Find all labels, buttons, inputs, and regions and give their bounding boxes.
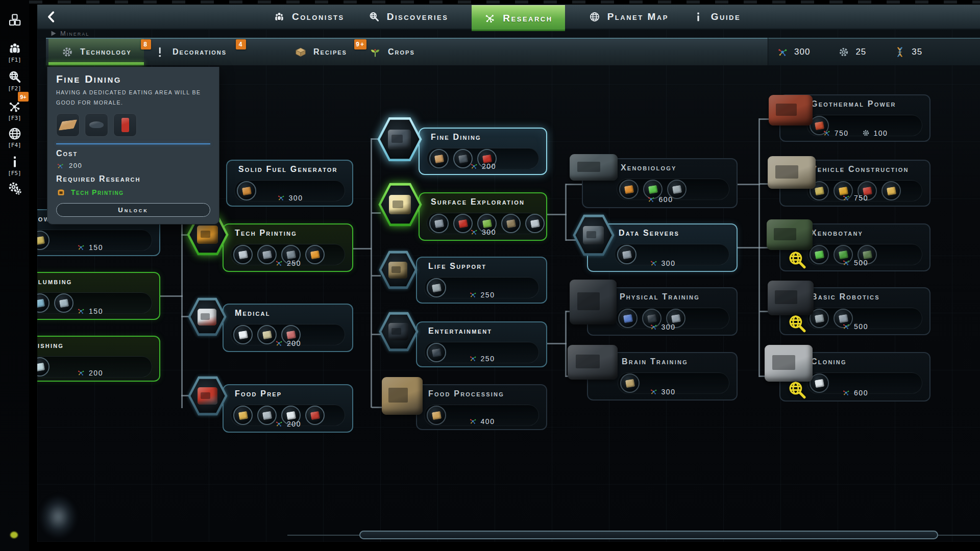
tab-label: Discoveries bbox=[387, 11, 449, 22]
hex-image bbox=[388, 130, 410, 149]
tree-connector bbox=[566, 184, 584, 185]
hotkey-label: [F3] bbox=[8, 115, 21, 121]
sidebar-item-settings[interactable] bbox=[0, 181, 29, 196]
tab-label: Colonists bbox=[292, 11, 345, 22]
node-cost: 150 bbox=[37, 307, 160, 315]
horizontal-scrollbar-thumb[interactable] bbox=[359, 531, 938, 539]
category-tab-technology[interactable]: Technology8 bbox=[48, 39, 144, 65]
research-points-icon bbox=[469, 354, 477, 363]
sprout-icon bbox=[369, 45, 382, 59]
node-cost: 600 bbox=[582, 195, 738, 204]
tech-node-life-support[interactable]: Life Support250 bbox=[416, 257, 547, 304]
top-dashed-strip bbox=[29, 1, 980, 4]
tech-node-xenobiology[interactable]: Xenobiology600 bbox=[582, 158, 738, 208]
node-title: Medical bbox=[235, 309, 271, 318]
node-image-geothermal-power bbox=[769, 95, 813, 126]
tab-research[interactable]: Research bbox=[472, 5, 565, 31]
box-icon bbox=[294, 45, 307, 59]
node-image-xenobiology bbox=[570, 154, 618, 181]
category-tab-decorations[interactable]: Decorations4 bbox=[141, 39, 239, 65]
sidebar-item-guide[interactable]: [F5] bbox=[0, 154, 29, 177]
tech-node-medical[interactable]: Medical200 bbox=[223, 304, 353, 352]
dna-icon bbox=[894, 46, 906, 58]
tech-node-cloning[interactable]: Cloning600 bbox=[779, 352, 930, 402]
tech-node-vehicle-construction[interactable]: Vehicle Construction750 bbox=[779, 160, 930, 207]
tab-discoveries[interactable]: Discoveries bbox=[368, 5, 449, 29]
faded-category-label: Mineral bbox=[51, 30, 89, 37]
research-points-icon bbox=[842, 388, 850, 397]
resource-bar: 3002535 bbox=[768, 38, 980, 65]
sidebar-item-colonists[interactable]: [F1] bbox=[0, 41, 29, 63]
research-points-icon bbox=[842, 193, 850, 202]
tech-node-fishing[interactable]: Fishing200 bbox=[37, 336, 160, 382]
tech-node-brain-training[interactable]: Brain Training300 bbox=[587, 352, 738, 400]
research-points-icon bbox=[647, 195, 655, 204]
tree-connector bbox=[565, 184, 567, 241]
category-tab-recipes[interactable]: Recipes9+ bbox=[282, 39, 359, 65]
node-cost-value: 250 bbox=[481, 355, 495, 363]
tech-node-food-processing[interactable]: Food Processing400 bbox=[416, 384, 547, 430]
tab-guide[interactable]: Guide bbox=[692, 5, 741, 29]
node-title: Fishing bbox=[37, 341, 64, 350]
tech-node-food-prep[interactable]: Food Prep200 bbox=[223, 384, 353, 433]
tech-node-geothermal-power[interactable]: Geothermal Power750100 bbox=[779, 94, 930, 142]
tooltip-required-label: Required Research bbox=[56, 174, 210, 184]
node-hex-entertainment bbox=[379, 312, 419, 352]
tech-node-xenobotany[interactable]: Xenobotany500 bbox=[779, 223, 930, 271]
tech-node-surface-exploration[interactable]: Surface Exploration300 bbox=[419, 192, 547, 241]
category-tab-crops[interactable]: Crops bbox=[356, 39, 427, 65]
left-toolbar: [F1][F2][F3]9+[F4][F5] bbox=[0, 0, 29, 551]
tech-node-basic-robotics[interactable]: Basic Robotics500 bbox=[779, 287, 930, 335]
gear-icon bbox=[61, 45, 74, 59]
unlock-item-floor-tile bbox=[56, 113, 80, 137]
node-hex-fine-dining bbox=[377, 117, 422, 162]
back-button[interactable] bbox=[44, 10, 59, 24]
node-hex-data-servers bbox=[573, 214, 615, 256]
discovery-required-icon bbox=[786, 313, 808, 334]
tech-node-physical-training[interactable]: Physical Training300 bbox=[587, 287, 738, 336]
research-points-icon bbox=[469, 290, 477, 299]
tech-node-fine-dining[interactable]: Fine Dining200 bbox=[419, 128, 547, 175]
top-nav-bar: ColonistsDiscoveriesResearchPlanet MapGu… bbox=[37, 5, 980, 30]
tab-planet-map[interactable]: Planet Map bbox=[589, 5, 669, 29]
sidebar-item-discoveries[interactable]: [F2] bbox=[0, 69, 29, 92]
node-title: Vehicle Construction bbox=[811, 165, 909, 174]
required-tech-link[interactable]: Tech Printing bbox=[71, 188, 124, 196]
resource-value: 35 bbox=[912, 47, 922, 57]
node-cost-value: 750 bbox=[835, 129, 849, 137]
tab-colonists[interactable]: Colonists bbox=[273, 5, 345, 29]
tooltip-title: Fine Dining bbox=[56, 73, 210, 85]
node-image-cloning bbox=[765, 345, 813, 382]
sidebar-item-research[interactable]: [F3]9+ bbox=[0, 99, 29, 121]
node-cost: 300 bbox=[419, 228, 547, 236]
research-points-icon bbox=[649, 259, 658, 267]
tech-node-plumbing[interactable]: Plumbing150 bbox=[37, 272, 160, 320]
tech-node-solid-fuel-generator[interactable]: Solid Fuel Generator300 bbox=[226, 160, 353, 207]
cubes-icon bbox=[7, 12, 22, 28]
sidebar-item-build[interactable] bbox=[0, 12, 29, 28]
info-icon bbox=[692, 11, 704, 23]
category-tab-label: Crops bbox=[388, 47, 415, 57]
people-icon bbox=[273, 11, 285, 23]
hex-image bbox=[198, 309, 217, 325]
node-cost: 300 bbox=[587, 259, 738, 267]
tree-connector bbox=[547, 343, 567, 344]
notification-dot bbox=[10, 532, 18, 538]
node-title: Fine Dining bbox=[431, 133, 481, 142]
tree-connector bbox=[353, 248, 372, 249]
globe-icon bbox=[7, 126, 22, 141]
unlock-button[interactable]: Unlock bbox=[56, 203, 210, 217]
node-image-xenobotany bbox=[767, 219, 813, 250]
hex-image bbox=[197, 226, 218, 244]
tech-node-data-servers[interactable]: Data Servers300 bbox=[587, 223, 738, 272]
node-cost-value: 300 bbox=[662, 388, 676, 396]
tech-node-tech-printing[interactable]: Tech Printing250 bbox=[223, 223, 353, 272]
node-cost: 250 bbox=[416, 290, 547, 299]
printer-icon bbox=[56, 188, 66, 197]
tech-node-entertainment[interactable]: Entertainment250 bbox=[416, 321, 547, 367]
node-cost-value: 750 bbox=[854, 194, 868, 202]
research-points-icon bbox=[77, 307, 85, 315]
node-cost: 750 bbox=[779, 193, 930, 202]
sidebar-item-planet-map[interactable]: [F4] bbox=[0, 126, 29, 148]
node-cost: 200 bbox=[419, 162, 547, 170]
